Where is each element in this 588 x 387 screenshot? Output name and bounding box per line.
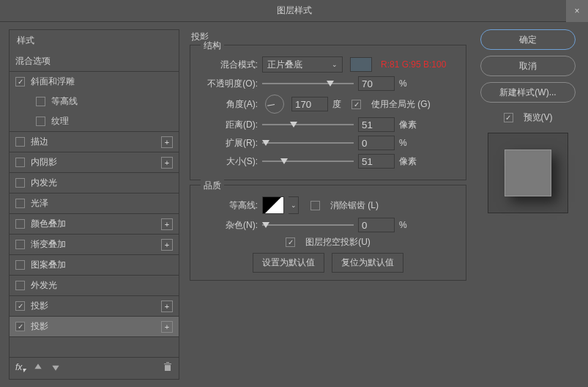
sidebar-item-outer-glow[interactable]: 外发光 bbox=[10, 276, 179, 296]
ok-button[interactable]: 确定 bbox=[480, 29, 576, 50]
reset-default-button[interactable]: 复位为默认值 bbox=[332, 253, 403, 273]
checkbox-pattern-overlay[interactable] bbox=[15, 260, 25, 270]
cancel-button[interactable]: 取消 bbox=[480, 56, 576, 76]
size-input[interactable] bbox=[358, 154, 395, 169]
checkbox-contour[interactable] bbox=[36, 97, 45, 106]
distance-unit: 像素 bbox=[399, 119, 417, 131]
checkbox-outer-glow[interactable] bbox=[15, 281, 25, 290]
size-label: 大小(S): bbox=[198, 155, 258, 168]
distance-row: 距离(D): 像素 bbox=[198, 117, 458, 132]
sidebar-item-drop-shadow-2[interactable]: 投影 + bbox=[10, 317, 179, 337]
add-gradient-overlay-button[interactable]: + bbox=[161, 239, 173, 251]
move-down-icon[interactable] bbox=[51, 362, 61, 375]
checkbox-color-overlay[interactable] bbox=[15, 219, 25, 229]
move-up-icon[interactable] bbox=[33, 362, 43, 375]
sidebar-item-label: 投影 bbox=[31, 300, 48, 312]
sidebar-item-label: 外发光 bbox=[31, 279, 57, 292]
window-title: 图层样式 bbox=[277, 4, 312, 17]
sidebar-item-inner-shadow[interactable]: 内阴影 + bbox=[10, 152, 179, 173]
angle-input[interactable] bbox=[291, 97, 328, 111]
add-drop-shadow-1-button[interactable]: + bbox=[161, 301, 173, 312]
sidebar-footer: fx▾ bbox=[10, 357, 179, 379]
quality-legend: 品质 bbox=[201, 180, 224, 192]
close-button[interactable]: × bbox=[566, 0, 588, 22]
sidebar-item-bevel[interactable]: 斜面和浮雕 bbox=[10, 72, 179, 92]
checkbox-stroke[interactable] bbox=[15, 137, 25, 147]
sidebar-item-pattern-overlay[interactable]: 图案叠加 bbox=[10, 255, 179, 276]
spread-unit: % bbox=[399, 138, 407, 148]
spread-input[interactable] bbox=[358, 136, 395, 150]
antialias-label: 消除锯齿 (L) bbox=[330, 199, 379, 212]
trash-icon[interactable] bbox=[163, 362, 173, 375]
blend-mode-label: 混合模式: bbox=[198, 59, 258, 71]
sidebar-blending-options[interactable]: 混合选项 bbox=[10, 51, 179, 72]
spread-slider[interactable] bbox=[262, 137, 354, 149]
checkbox-texture[interactable] bbox=[36, 117, 45, 126]
sidebar-item-inner-glow[interactable]: 内发光 bbox=[10, 173, 179, 194]
size-slider[interactable] bbox=[262, 155, 354, 167]
sidebar-item-gradient-overlay[interactable]: 渐变叠加 + bbox=[10, 235, 179, 255]
default-buttons-row: 设置为默认值 复位为默认值 bbox=[198, 253, 458, 273]
new-style-button[interactable]: 新建样式(W)... bbox=[480, 82, 576, 103]
add-color-overlay-button[interactable]: + bbox=[161, 218, 173, 230]
contour-picker[interactable] bbox=[262, 196, 284, 214]
angle-row: 角度(A): 度 使用全局光 (G) bbox=[198, 95, 458, 114]
checkbox-drop-shadow-2[interactable] bbox=[15, 322, 25, 331]
right-pane: 确定 取消 新建样式(W)... 预览(V) bbox=[477, 29, 579, 380]
add-inner-shadow-button[interactable]: + bbox=[161, 157, 173, 169]
opacity-unit: % bbox=[399, 78, 407, 89]
noise-input[interactable] bbox=[358, 218, 395, 232]
angle-unit: 度 bbox=[332, 98, 341, 111]
styles-sidebar: 样式 混合选项 斜面和浮雕 等高线 纹理 描边 + bbox=[9, 29, 179, 380]
sidebar-item-drop-shadow-1[interactable]: 投影 + bbox=[10, 296, 179, 317]
blend-mode-select[interactable]: 正片叠底 ⌄ bbox=[262, 56, 343, 73]
distance-slider[interactable] bbox=[262, 119, 354, 130]
blend-mode-value: 正片叠底 bbox=[267, 59, 302, 71]
sidebar-item-contour[interactable]: 等高线 bbox=[10, 92, 179, 111]
shadow-color-swatch[interactable] bbox=[350, 57, 372, 72]
noise-slider[interactable] bbox=[262, 219, 354, 231]
sidebar-item-texture[interactable]: 纹理 bbox=[10, 111, 179, 132]
opacity-label: 不透明度(O): bbox=[198, 78, 258, 90]
knockout-checkbox[interactable] bbox=[286, 237, 295, 247]
sidebar-item-label: 渐变叠加 bbox=[31, 238, 66, 251]
contour-row: 等高线: ⌄ 消除锯齿 (L) bbox=[198, 196, 458, 214]
checkbox-inner-shadow[interactable] bbox=[15, 158, 25, 167]
sidebar-item-stroke[interactable]: 描边 + bbox=[10, 132, 179, 152]
preview-checkbox[interactable] bbox=[504, 113, 513, 122]
antialias-checkbox[interactable] bbox=[310, 201, 320, 210]
sidebar-item-label: 内阴影 bbox=[31, 156, 57, 169]
preview-label: 预览(V) bbox=[524, 111, 553, 124]
quality-fieldset: 品质 等高线: ⌄ 消除锯齿 (L) 杂色(N): % 图层挖空投影(U) bbox=[190, 185, 466, 281]
sidebar-item-color-overlay[interactable]: 颜色叠加 + bbox=[10, 214, 179, 235]
checkbox-inner-glow[interactable] bbox=[15, 178, 25, 188]
checkbox-gradient-overlay[interactable] bbox=[15, 240, 25, 249]
noise-row: 杂色(N): % bbox=[198, 218, 458, 232]
checkbox-satin[interactable] bbox=[15, 199, 25, 208]
fx-menu-button[interactable]: fx▾ bbox=[15, 362, 26, 374]
checkbox-bevel[interactable] bbox=[15, 77, 25, 86]
opacity-slider[interactable] bbox=[262, 78, 354, 89]
set-default-button[interactable]: 设置为默认值 bbox=[253, 253, 324, 273]
blending-options-label: 混合选项 bbox=[15, 55, 51, 67]
distance-input[interactable] bbox=[358, 117, 395, 132]
global-light-checkbox[interactable] bbox=[351, 100, 361, 109]
spread-row: 扩展(R): % bbox=[198, 136, 458, 150]
angle-label: 角度(A): bbox=[198, 98, 258, 111]
noise-unit: % bbox=[399, 220, 407, 230]
section-title: 投影 bbox=[191, 31, 469, 43]
checkbox-drop-shadow-1[interactable] bbox=[15, 301, 25, 311]
opacity-row: 不透明度(O): % bbox=[198, 76, 458, 91]
add-stroke-button[interactable]: + bbox=[161, 136, 173, 148]
layer-style-dialog: 图层样式 × 样式 混合选项 斜面和浮雕 等高线 纹理 描边 bbox=[0, 0, 588, 387]
contour-dropdown-button[interactable]: ⌄ bbox=[289, 196, 299, 214]
sidebar-item-label: 内发光 bbox=[31, 177, 57, 189]
global-light-label: 使用全局光 (G) bbox=[371, 98, 431, 111]
angle-dial[interactable] bbox=[265, 95, 284, 114]
sidebar-item-satin[interactable]: 光泽 bbox=[10, 194, 179, 214]
size-unit: 像素 bbox=[399, 155, 417, 168]
opacity-input[interactable] bbox=[358, 76, 395, 91]
add-drop-shadow-2-button[interactable]: + bbox=[161, 321, 173, 333]
spread-label: 扩展(R): bbox=[198, 137, 258, 150]
sidebar-item-label: 纹理 bbox=[51, 115, 69, 128]
